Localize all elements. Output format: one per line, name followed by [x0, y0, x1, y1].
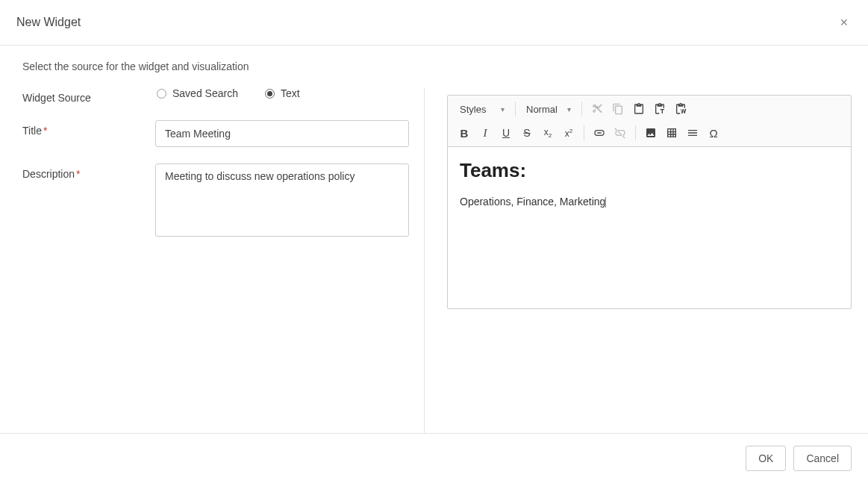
dialog-footer: OK Cancel [0, 433, 868, 483]
italic-button[interactable]: I [475, 122, 496, 143]
required-marker: * [43, 125, 47, 137]
new-widget-dialog: New Widget ✕ Select the source for the w… [0, 0, 868, 483]
paste-text-button[interactable] [649, 99, 670, 119]
image-button[interactable] [640, 122, 661, 143]
text-format-group: B I U S x2 x2 [454, 122, 579, 143]
editor-paragraph: Operations, Finance, Marketing [460, 196, 839, 208]
omega-icon: Ω [709, 127, 717, 140]
link-icon [593, 127, 605, 139]
close-button[interactable]: ✕ [837, 13, 852, 31]
paste-icon [633, 103, 645, 115]
widget-source-row: Widget Source Saved Search Text [22, 87, 409, 104]
widget-source-radio-group: Saved Search Text [157, 87, 300, 99]
copy-icon [612, 103, 624, 115]
superscript-button[interactable]: x2 [558, 122, 579, 143]
link-button[interactable] [589, 122, 610, 143]
table-icon [666, 127, 678, 139]
radio-saved-search[interactable]: Saved Search [157, 87, 238, 99]
link-group [589, 122, 631, 143]
copy-button[interactable] [608, 99, 628, 119]
paste-word-button[interactable] [670, 99, 691, 119]
toolbar-separator [581, 102, 582, 116]
instruction-text: Select the source for the widget and vis… [0, 46, 868, 87]
dialog-body: Select the source for the widget and vis… [0, 46, 868, 433]
editor-content-area[interactable]: Teams: Operations, Finance, Marketing [448, 147, 851, 308]
dialog-header: New Widget ✕ [0, 0, 868, 46]
editor-paragraph-text: Operations, Finance, Marketing [460, 196, 605, 208]
special-char-button[interactable]: Ω [703, 122, 724, 143]
toolbar-separator [635, 125, 636, 140]
clipboard-group [587, 99, 691, 119]
paste-text-icon [654, 103, 666, 115]
underline-button[interactable]: U [496, 122, 516, 143]
format-dropdown-label: Normal [526, 104, 558, 115]
caret-down-icon: ▾ [501, 105, 505, 113]
form-area: Widget Source Saved Search Text [0, 87, 868, 433]
styles-dropdown[interactable]: Styles ▾ [454, 101, 511, 118]
toolbar-row-1: Styles ▾ Normal ▾ [454, 99, 845, 119]
toolbar-row-2: B I U S x2 x2 [454, 122, 845, 143]
title-label-text: Title [22, 125, 42, 137]
rich-text-editor: Styles ▾ Normal ▾ [447, 95, 852, 309]
paste-button[interactable] [628, 99, 649, 119]
title-input[interactable] [155, 120, 409, 147]
toolbar-separator [515, 102, 516, 116]
radio-label-saved-search: Saved Search [172, 87, 238, 99]
bold-button[interactable]: B [454, 122, 475, 143]
italic-icon: I [484, 127, 487, 140]
radio-circle-saved-search [157, 89, 166, 99]
insert-group: Ω [640, 122, 724, 143]
ok-button[interactable]: OK [746, 446, 786, 471]
editor-heading: Teams: [460, 159, 839, 182]
bold-icon: B [460, 127, 469, 140]
dialog-title: New Widget [16, 16, 81, 29]
paste-word-icon [675, 103, 687, 115]
subscript-button[interactable]: x2 [537, 122, 558, 143]
cut-button[interactable] [587, 99, 608, 119]
subscript-icon: x2 [544, 127, 552, 139]
toolbar-separator [584, 125, 584, 140]
widget-source-label: Widget Source [22, 87, 157, 104]
required-marker: * [76, 168, 80, 180]
strikethrough-icon: S [523, 127, 530, 139]
radio-text[interactable]: Text [265, 87, 300, 99]
radio-label-text: Text [281, 87, 300, 99]
underline-icon: U [502, 127, 510, 139]
description-input[interactable] [155, 163, 409, 237]
cancel-button[interactable]: Cancel [793, 446, 852, 471]
text-cursor [605, 197, 606, 208]
horizontal-rule-button[interactable] [682, 122, 703, 143]
cut-icon [591, 103, 603, 115]
unlink-button[interactable] [610, 122, 631, 143]
table-button[interactable] [661, 122, 682, 143]
superscript-icon: x2 [565, 128, 572, 139]
strikethrough-button[interactable]: S [516, 122, 537, 143]
styles-group: Styles ▾ [454, 101, 511, 118]
left-panel: Widget Source Saved Search Text [0, 87, 425, 433]
description-label: Description* [22, 163, 155, 180]
description-row: Description* [22, 163, 409, 237]
title-row: Title* [22, 120, 409, 147]
title-label: Title* [22, 120, 155, 137]
unlink-icon [614, 127, 626, 139]
image-icon [645, 127, 657, 139]
styles-dropdown-label: Styles [460, 104, 486, 115]
horizontal-rule-icon [687, 127, 699, 139]
description-label-text: Description [22, 168, 75, 180]
right-panel: Styles ▾ Normal ▾ [425, 87, 868, 433]
format-dropdown[interactable]: Normal ▾ [520, 101, 577, 118]
radio-circle-text [265, 89, 275, 99]
editor-toolbar: Styles ▾ Normal ▾ [448, 96, 851, 147]
format-group: Normal ▾ [520, 101, 577, 118]
close-icon: ✕ [840, 16, 849, 28]
caret-down-icon: ▾ [567, 105, 571, 113]
